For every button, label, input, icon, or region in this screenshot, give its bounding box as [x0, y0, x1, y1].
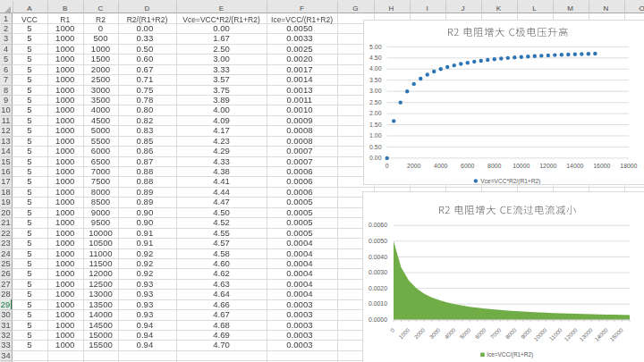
svg-text:0.0050: 0.0050: [369, 238, 387, 244]
svg-text:0: 0: [389, 326, 396, 333]
svg-text:18000: 18000: [620, 163, 637, 169]
svg-text:2000: 2000: [412, 326, 426, 340]
svg-text:14000: 14000: [593, 326, 609, 342]
svg-text:0.0060: 0.0060: [369, 222, 387, 228]
svg-text:9000: 9000: [520, 326, 533, 340]
svg-text:0.0030: 0.0030: [369, 269, 387, 275]
svg-text:0: 0: [385, 163, 388, 169]
svg-text:2.50: 2.50: [369, 98, 382, 105]
svg-text:1000: 1000: [397, 326, 411, 340]
svg-text:14000: 14000: [566, 163, 583, 169]
svg-text:3.50: 3.50: [369, 76, 382, 82]
svg-text:6000: 6000: [474, 326, 487, 340]
svg-text:1.50: 1.50: [369, 121, 382, 127]
svg-text:7000: 7000: [489, 326, 503, 340]
svg-text:4.50: 4.50: [369, 55, 382, 61]
svg-text:8000: 8000: [487, 163, 501, 169]
svg-text:3.00: 3.00: [369, 88, 382, 94]
svg-text:11000: 11000: [548, 326, 564, 341]
svg-text:1.00: 1.00: [369, 132, 382, 139]
svg-text:10000: 10000: [532, 326, 548, 342]
svg-text:4.00: 4.00: [369, 65, 382, 72]
svg-text:4000: 4000: [443, 326, 456, 340]
svg-text:12000: 12000: [563, 326, 579, 342]
svg-text:16000: 16000: [593, 163, 610, 169]
svg-text:6000: 6000: [461, 163, 474, 169]
svg-text:2000: 2000: [407, 163, 420, 169]
svg-text:0.0000: 0.0000: [369, 316, 387, 323]
svg-text:0.0040: 0.0040: [369, 253, 387, 259]
svg-text:4000: 4000: [434, 163, 447, 169]
svg-text:12000: 12000: [539, 163, 556, 169]
svg-text:2.00: 2.00: [369, 110, 382, 116]
svg-text:13000: 13000: [578, 326, 594, 342]
svg-text:15000: 15000: [608, 326, 624, 342]
svg-text:3000: 3000: [428, 326, 441, 340]
svg-text:10000: 10000: [513, 163, 530, 169]
svg-text:8000: 8000: [504, 326, 518, 340]
svg-text:0.0020: 0.0020: [369, 284, 387, 290]
svg-text:5.00: 5.00: [369, 43, 382, 49]
svg-text:0.50: 0.50: [369, 143, 382, 149]
svg-text:5000: 5000: [459, 326, 472, 340]
svg-text:0.0010: 0.0010: [369, 300, 387, 307]
svg-text:0.00: 0.00: [369, 155, 382, 161]
svg-text:Ice=VCC/(R1+R2): Ice=VCC/(R1+R2): [487, 351, 533, 358]
svg-text:Vce=VCC*R2/(R1+R2): Vce=VCC*R2/(R1+R2): [480, 177, 540, 184]
